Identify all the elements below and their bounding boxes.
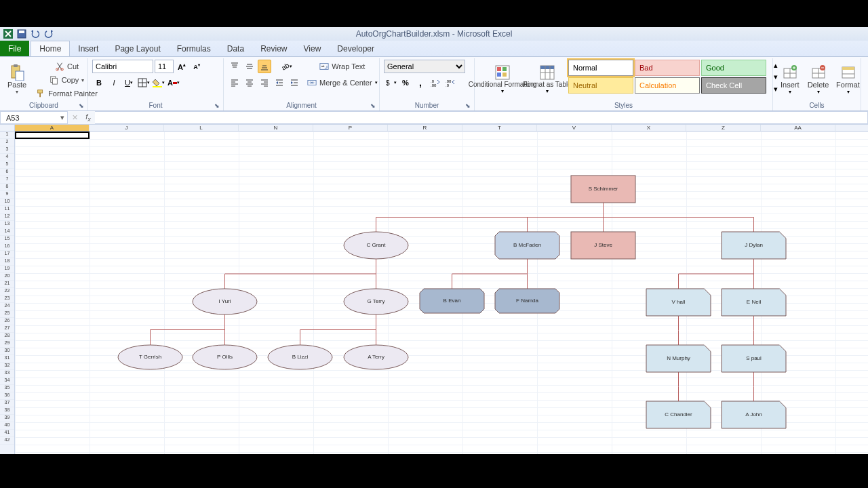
- column-header[interactable]: R: [388, 125, 462, 131]
- align-left-button[interactable]: [228, 76, 241, 89]
- tab-review[interactable]: Review: [252, 41, 295, 56]
- align-top-button[interactable]: [228, 60, 241, 73]
- insert-cells-button[interactable]: Insert▾: [777, 60, 803, 99]
- column-header[interactable]: T: [462, 125, 537, 131]
- accounting-format-button[interactable]: $▾: [384, 76, 397, 89]
- column-header[interactable]: N: [239, 125, 313, 131]
- row-header[interactable]: 4: [0, 154, 14, 161]
- font-launcher-icon[interactable]: ⬊: [214, 102, 220, 109]
- align-bottom-button[interactable]: [258, 60, 271, 73]
- font-color-button[interactable]: A▾: [167, 76, 180, 89]
- row-header[interactable]: 17: [0, 251, 14, 258]
- save-icon[interactable]: [16, 28, 27, 39]
- row-header[interactable]: 16: [0, 243, 14, 251]
- column-header[interactable]: Z: [686, 125, 761, 131]
- tab-developer[interactable]: Developer: [329, 41, 382, 56]
- row-header[interactable]: 36: [0, 392, 14, 400]
- column-header[interactable]: P: [313, 125, 388, 131]
- tab-home[interactable]: Home: [31, 41, 70, 56]
- row-header[interactable]: 2: [0, 139, 14, 146]
- indent-decrease-button[interactable]: [273, 76, 286, 89]
- number-launcher-icon[interactable]: ⬊: [465, 102, 471, 109]
- font-name-input[interactable]: [92, 60, 153, 73]
- tab-formulas[interactable]: Formulas: [169, 41, 219, 56]
- row-header[interactable]: 41: [0, 430, 14, 437]
- row-header[interactable]: 37: [0, 400, 14, 407]
- row-header[interactable]: 34: [0, 378, 14, 385]
- row-header[interactable]: 10: [0, 199, 14, 206]
- select-all-corner[interactable]: [0, 125, 15, 131]
- align-right-button[interactable]: [258, 76, 271, 89]
- clipboard-launcher-icon[interactable]: ⬊: [78, 102, 85, 109]
- undo-icon[interactable]: [30, 28, 41, 39]
- shrink-font-button[interactable]: A▾: [190, 60, 203, 73]
- row-header[interactable]: 20: [0, 273, 14, 281]
- row-header[interactable]: 14: [0, 228, 14, 236]
- row-header[interactable]: 33: [0, 370, 14, 378]
- row-header[interactable]: 11: [0, 206, 14, 214]
- fx-icon[interactable]: fx: [81, 111, 95, 124]
- bold-button[interactable]: B: [92, 76, 106, 89]
- row-header[interactable]: 30: [0, 348, 14, 355]
- column-header[interactable]: V: [537, 125, 612, 131]
- tab-page-layout[interactable]: Page Layout: [106, 41, 168, 56]
- comma-format-button[interactable]: ,: [414, 76, 427, 89]
- row-header[interactable]: 27: [0, 325, 14, 333]
- row-header[interactable]: 1: [0, 131, 14, 139]
- cell-style-calculation[interactable]: Calculation: [635, 77, 700, 94]
- row-header[interactable]: 40: [0, 422, 14, 430]
- cell-style-good[interactable]: Good: [701, 60, 766, 76]
- row-header[interactable]: 8: [0, 184, 14, 191]
- percent-format-button[interactable]: %: [399, 76, 412, 89]
- row-header[interactable]: 25: [0, 310, 14, 318]
- name-box[interactable]: A53 ▾: [0, 111, 68, 124]
- column-header[interactable]: X: [612, 125, 686, 131]
- cell-style-neutral[interactable]: Neutral: [568, 77, 633, 94]
- increase-decimal-button[interactable]: .0.00: [429, 76, 442, 89]
- row-header[interactable]: 31: [0, 355, 14, 363]
- row-header[interactable]: 23: [0, 296, 14, 303]
- alignment-launcher-icon[interactable]: ⬊: [370, 102, 376, 109]
- row-header[interactable]: 42: [0, 437, 14, 445]
- tab-insert[interactable]: Insert: [70, 41, 106, 56]
- wrap-text-button[interactable]: ab Wrap Text: [304, 60, 381, 73]
- column-header[interactable]: J: [90, 125, 164, 131]
- row-header[interactable]: 38: [0, 407, 14, 415]
- tab-file[interactable]: File: [0, 41, 29, 56]
- column-header[interactable]: AA: [761, 125, 835, 131]
- fill-color-button[interactable]: ▾: [152, 76, 165, 89]
- row-header[interactable]: 32: [0, 363, 14, 370]
- row-header[interactable]: 3: [0, 146, 14, 154]
- cell-style-bad[interactable]: Bad: [635, 60, 700, 76]
- format-cells-button[interactable]: Format▾: [834, 60, 863, 99]
- borders-button[interactable]: ▾: [137, 76, 151, 89]
- format-as-table-button[interactable]: Format as Table▾: [529, 60, 566, 99]
- row-header[interactable]: 18: [0, 258, 14, 266]
- column-header[interactable]: L: [164, 125, 239, 131]
- row-header[interactable]: 15: [0, 236, 14, 243]
- row-header[interactable]: 29: [0, 340, 14, 348]
- number-format-select[interactable]: General: [384, 60, 465, 73]
- grow-font-button[interactable]: A▴: [175, 60, 189, 73]
- row-header[interactable]: 13: [0, 221, 14, 228]
- redo-icon[interactable]: [43, 28, 54, 39]
- cell-style-check-cell[interactable]: Check Cell: [701, 77, 766, 94]
- column-header[interactable]: A: [15, 125, 90, 131]
- italic-button[interactable]: I: [107, 76, 121, 89]
- tab-view[interactable]: View: [296, 41, 330, 56]
- tab-data[interactable]: Data: [219, 41, 252, 56]
- row-header[interactable]: 28: [0, 333, 14, 340]
- font-size-input[interactable]: [155, 60, 174, 73]
- indent-increase-button[interactable]: [288, 76, 301, 89]
- row-header[interactable]: 6: [0, 169, 14, 176]
- formula-input[interactable]: [95, 111, 868, 124]
- conditional-formatting-button[interactable]: Conditional Formatting▾: [479, 60, 526, 99]
- row-header[interactable]: 24: [0, 303, 14, 310]
- orientation-button[interactable]: ab▾: [279, 60, 293, 73]
- align-middle-button[interactable]: [243, 60, 256, 73]
- align-center-button[interactable]: [243, 76, 256, 89]
- row-header[interactable]: 7: [0, 176, 14, 184]
- row-header[interactable]: 9: [0, 191, 14, 199]
- decrease-decimal-button[interactable]: .00.0: [443, 76, 457, 89]
- row-header[interactable]: 26: [0, 318, 14, 325]
